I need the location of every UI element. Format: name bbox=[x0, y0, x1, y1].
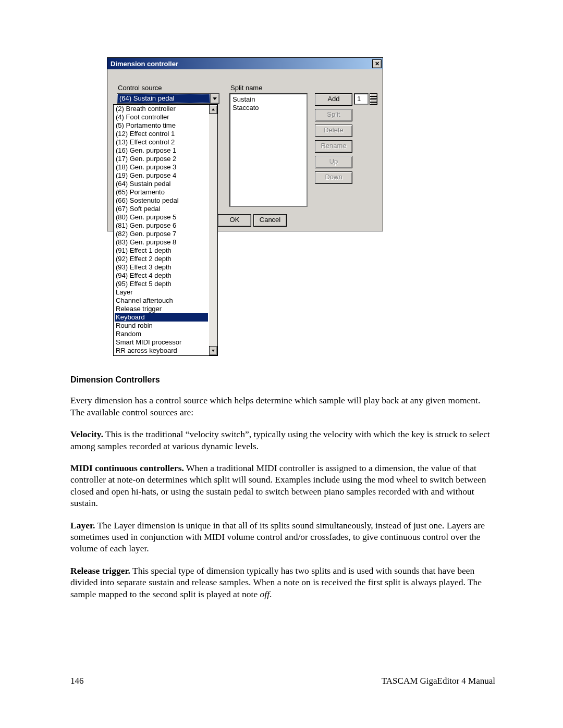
dropdown-item[interactable]: (83) Gen. purpose 8 bbox=[115, 238, 208, 246]
control-source-value: (64) Sustain pedal bbox=[117, 94, 210, 103]
control-source-dropdown-list[interactable]: (2) Breath controller(4) Foot controller… bbox=[113, 104, 218, 356]
down-button[interactable]: Down bbox=[315, 171, 352, 184]
scroll-track[interactable] bbox=[209, 114, 217, 346]
paragraph: Release trigger. This special type of di… bbox=[70, 565, 495, 600]
ok-button[interactable]: OK bbox=[218, 214, 251, 227]
list-item[interactable]: Staccato bbox=[232, 104, 304, 112]
dropdown-item[interactable]: (80) Gen. purpose 5 bbox=[115, 213, 208, 221]
dropdown-item[interactable]: (12) Effect control 1 bbox=[115, 130, 208, 138]
dialog-titlebar: Dimension controller ✕ bbox=[107, 58, 383, 69]
dropdown-item[interactable]: (18) Gen. purpose 3 bbox=[115, 163, 208, 171]
dropdown-item[interactable]: Layer bbox=[115, 288, 208, 297]
up-button[interactable]: Up bbox=[315, 156, 352, 168]
dropdown-item[interactable]: RR across keyboard bbox=[115, 347, 208, 355]
dropdown-item[interactable]: Keyboard bbox=[115, 313, 208, 322]
split-button[interactable]: Split bbox=[315, 109, 352, 121]
list-item[interactable]: Sustain bbox=[232, 95, 304, 104]
split-name-label: Split name bbox=[230, 84, 262, 92]
dropdown-item[interactable]: (81) Gen. purpose 6 bbox=[115, 221, 208, 230]
dropdown-item[interactable]: (2) Breath controller bbox=[115, 105, 208, 113]
dialog-title: Dimension controller bbox=[111, 60, 372, 68]
add-count-spinner[interactable] bbox=[370, 93, 377, 105]
dropdown-item[interactable]: (5) Portamento time bbox=[115, 121, 208, 130]
add-button[interactable]: Add bbox=[315, 93, 352, 106]
dropdown-item[interactable]: Channel aftertouch bbox=[115, 297, 208, 305]
dropdown-item[interactable]: (17) Gen. purpose 2 bbox=[115, 155, 208, 163]
chevron-down-icon[interactable] bbox=[210, 94, 219, 103]
dropdown-item[interactable]: (95) Effect 5 depth bbox=[115, 280, 208, 288]
dropdown-item[interactable]: (16) Gen. purpose 1 bbox=[115, 146, 208, 155]
dropdown-scrollbar[interactable] bbox=[209, 105, 217, 355]
page-footer: 146 TASCAM GigaEditor 4 Manual bbox=[70, 676, 495, 686]
dropdown-item[interactable]: (67) Soft pedal bbox=[115, 205, 208, 213]
delete-button[interactable]: Delete bbox=[315, 125, 352, 137]
dropdown-item[interactable]: (13) Effect control 2 bbox=[115, 138, 208, 146]
dropdown-item[interactable]: (94) Effect 4 depth bbox=[115, 272, 208, 280]
add-count-input[interactable]: 1 bbox=[354, 93, 369, 105]
run-head: Release trigger. bbox=[70, 565, 130, 576]
dropdown-item[interactable]: (92) Effect 2 depth bbox=[115, 255, 208, 263]
run-head: MIDI continuous controllers. bbox=[70, 463, 184, 473]
paragraph: MIDI continuous controllers. When a trad… bbox=[70, 462, 495, 509]
dropdown-item[interactable]: Random bbox=[115, 330, 208, 338]
close-icon[interactable]: ✕ bbox=[372, 59, 382, 68]
scroll-down-icon[interactable] bbox=[209, 346, 217, 355]
dropdown-item[interactable]: (82) Gen. purpose 7 bbox=[115, 230, 208, 238]
control-source-label: Control source bbox=[118, 84, 162, 92]
dropdown-item[interactable]: (91) Effect 1 depth bbox=[115, 246, 208, 255]
dropdown-item[interactable]: Round robin bbox=[115, 322, 208, 330]
section-heading: Dimension Controllers bbox=[70, 375, 495, 385]
dropdown-item[interactable]: (65) Portamento bbox=[115, 188, 208, 196]
dropdown-item[interactable]: Smart MIDI processor bbox=[115, 338, 208, 347]
paragraph: Layer. The Layer dimension is unique in … bbox=[70, 520, 495, 554]
page-number: 146 bbox=[70, 676, 84, 686]
dropdown-item[interactable]: (93) Effect 3 depth bbox=[115, 263, 208, 272]
dropdown-item[interactable]: (19) Gen. purpose 4 bbox=[115, 171, 208, 180]
dropdown-item[interactable]: (64) Sustain pedal bbox=[115, 180, 208, 188]
dropdown-item[interactable]: Release trigger bbox=[115, 305, 208, 313]
paragraph: Velocity. This is the traditional “veloc… bbox=[70, 428, 495, 452]
spin-up-icon[interactable] bbox=[370, 93, 377, 99]
split-name-listbox[interactable]: Sustain Staccato bbox=[229, 93, 308, 207]
paragraph: Every dimension has a control source whi… bbox=[70, 394, 495, 418]
control-source-combo[interactable]: (64) Sustain pedal bbox=[117, 93, 219, 104]
run-head: Velocity. bbox=[70, 429, 103, 439]
run-head: Layer. bbox=[70, 520, 95, 530]
rename-button[interactable]: Rename bbox=[315, 140, 352, 153]
spin-down-icon[interactable] bbox=[370, 99, 377, 105]
scroll-up-icon[interactable] bbox=[209, 105, 217, 114]
cancel-button[interactable]: Cancel bbox=[253, 214, 287, 227]
manual-title: TASCAM GigaEditor 4 Manual bbox=[382, 676, 495, 686]
dropdown-item[interactable]: (66) Sostenuto pedal bbox=[115, 196, 208, 205]
dropdown-item[interactable]: (4) Foot controller bbox=[115, 113, 208, 121]
